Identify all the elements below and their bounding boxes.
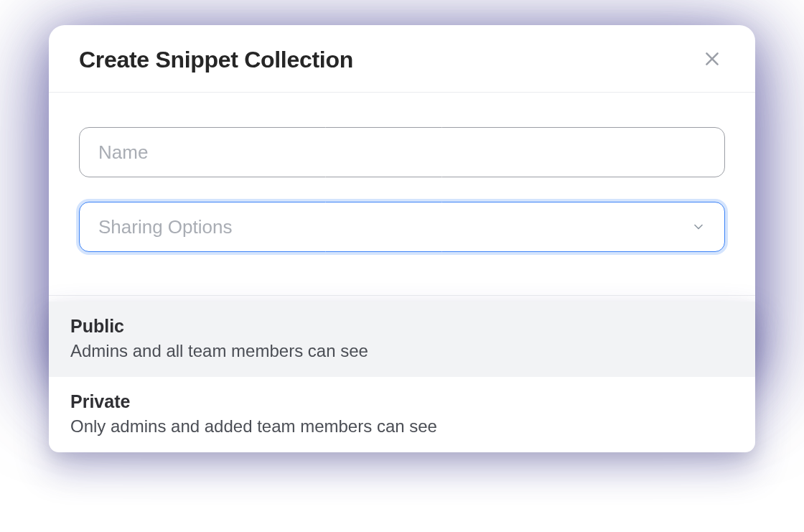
option-desc: Admins and all team members can see (70, 341, 734, 361)
modal-title: Create Snippet Collection (79, 47, 353, 73)
option-title: Public (70, 316, 734, 337)
option-title: Private (70, 391, 734, 412)
name-input[interactable] (79, 127, 725, 177)
sharing-option-private[interactable]: Private Only admins and added team membe… (49, 377, 755, 452)
modal-header: Create Snippet Collection (49, 25, 755, 93)
chevron-down-icon (691, 220, 706, 234)
sharing-options-dropdown: Public Admins and all team members can s… (49, 302, 755, 452)
sharing-options-placeholder: Sharing Options (98, 216, 232, 238)
option-desc: Only admins and added team members can s… (70, 416, 734, 437)
sharing-option-public[interactable]: Public Admins and all team members can s… (49, 302, 755, 377)
modal-body: Sharing Options (49, 93, 755, 266)
sharing-options-select[interactable]: Sharing Options (79, 202, 725, 252)
close-icon (703, 50, 721, 70)
close-button[interactable] (699, 47, 725, 73)
